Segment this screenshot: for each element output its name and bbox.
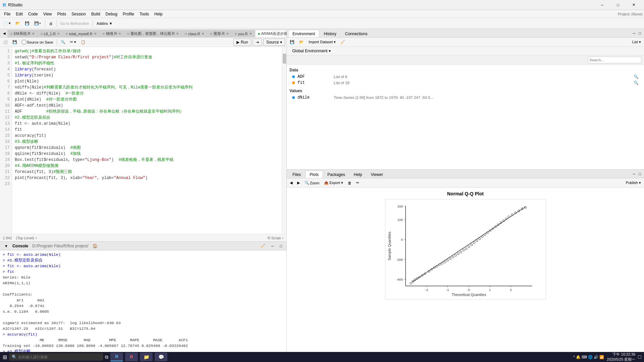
- source-button[interactable]: Source ▾: [263, 39, 285, 46]
- clear-env-button[interactable]: 🧹: [339, 38, 347, 46]
- plots-minimize[interactable]: ─: [631, 170, 637, 178]
- env-search-icon-adf[interactable]: 🔍: [634, 74, 639, 79]
- tab-packages[interactable]: Packages: [323, 171, 350, 178]
- next-plot-button[interactable]: ▶: [296, 179, 302, 187]
- svg-text:-400: -400: [396, 278, 403, 281]
- editor-scrollbar[interactable]: [282, 47, 286, 234]
- top-level-indicator[interactable]: (Top Level) ÷: [16, 236, 38, 240]
- close-tab-class[interactable]: ✕: [202, 32, 204, 36]
- save-button[interactable]: 💾: [23, 19, 31, 27]
- script-type-indicator[interactable]: R Script ÷: [268, 236, 284, 240]
- tab-total[interactable]: total_myself.R ✕: [63, 30, 100, 37]
- close-tab-graph[interactable]: ✕: [226, 32, 229, 36]
- export-button[interactable]: 📤 Export ▾: [322, 179, 345, 187]
- menu-debug[interactable]: Debug: [103, 10, 120, 18]
- tab-viewer[interactable]: Viewer: [366, 171, 387, 178]
- source-on-save-checkbox[interactable]: [22, 40, 26, 44]
- clear-console[interactable]: 🧹: [259, 242, 267, 250]
- tab-connections[interactable]: Connections: [341, 30, 372, 37]
- menu-plots[interactable]: Plots: [55, 10, 69, 18]
- zoom-button[interactable]: 🔍 Zoom: [303, 179, 321, 187]
- explorer-taskbar-icon[interactable]: 📁: [140, 353, 153, 361]
- run-next-button[interactable]: ⇥: [253, 39, 262, 46]
- load-env-button[interactable]: 📂: [298, 38, 306, 46]
- close-tab-chart[interactable]: ✕: [176, 32, 179, 36]
- close-tab-em[interactable]: ✕: [32, 32, 35, 36]
- prev-tab-button[interactable]: ◀: [1, 29, 7, 37]
- tab-history[interactable]: History: [319, 30, 340, 37]
- r-taskbar-icon[interactable]: R: [125, 353, 138, 361]
- tab-environment[interactable]: Environment: [288, 30, 319, 37]
- env-item-adf[interactable]: ADF List of 6 🔍: [289, 74, 641, 80]
- task-view-button[interactable]: ⧉: [105, 354, 108, 360]
- tab-plots[interactable]: Plots: [305, 171, 323, 178]
- close-tab-you[interactable]: ✕: [249, 32, 252, 36]
- menu-file[interactable]: File: [1, 10, 13, 18]
- env-search-input[interactable]: [588, 57, 641, 63]
- plots-maximize[interactable]: □: [637, 170, 643, 178]
- console-output[interactable]: > fit <- auto.arima(Nile) > #2.模型定阶及拟合 >…: [0, 250, 286, 352]
- menu-profile[interactable]: Profile: [120, 10, 137, 18]
- clear-plots-button[interactable]: ✏: [355, 179, 361, 187]
- menu-view[interactable]: View: [41, 10, 55, 18]
- menu-tools[interactable]: Tools: [137, 10, 152, 18]
- menu-code[interactable]: Code: [25, 10, 41, 18]
- search-bar[interactable]: 🔍 在此键入进行搜索: [9, 353, 103, 361]
- close-button[interactable]: ✕: [626, 0, 641, 10]
- env-item-dnile[interactable]: dNile Time-Series [1:99] from 1872 to 19…: [289, 95, 641, 101]
- source-on-save[interactable]: Source on Save: [20, 38, 55, 46]
- import-dataset-button[interactable]: Import Dataset ▾: [307, 38, 337, 46]
- search-placeholder: 在此键入进行搜索: [18, 355, 48, 360]
- code-tools[interactable]: ✏ ▾: [68, 38, 78, 46]
- maximize-console[interactable]: □: [278, 242, 284, 250]
- prev-plot-button[interactable]: ◀: [288, 179, 294, 187]
- compile-button[interactable]: 📋: [79, 38, 87, 46]
- find-button[interactable]: 🔍: [59, 38, 67, 46]
- run-button[interactable]: ▶ Run: [233, 39, 251, 46]
- wechat-taskbar-icon[interactable]: 💬: [155, 353, 167, 361]
- addins-button[interactable]: Addins ▼: [95, 19, 114, 27]
- goto-file-button[interactable]: Go to file/function: [59, 19, 91, 27]
- env-search-icon-fit[interactable]: 🔍: [634, 80, 639, 85]
- tab-em[interactable]: EM系统.R ✕: [7, 30, 38, 37]
- tab-class[interactable]: class.R ✕: [182, 30, 207, 37]
- tab-duwei[interactable]: 独维.R ✕: [100, 30, 124, 37]
- tab-l8[interactable]: L8_1.R ✕: [38, 30, 63, 37]
- save-all-button[interactable]: 💾+: [33, 19, 43, 27]
- env-maximize[interactable]: □: [637, 29, 643, 37]
- minimize-button[interactable]: ─: [595, 0, 610, 10]
- new-file-button[interactable]: 📄 ▾: [1, 19, 12, 27]
- tab-you[interactable]: you.R ✕: [232, 30, 255, 37]
- scroll-thumb[interactable]: [283, 54, 286, 64]
- close-tab-duwei[interactable]: ✕: [118, 32, 121, 36]
- code-text[interactable]: getwd()#查看当前的工作目录/路径 setwd("D:/Program F…: [12, 47, 282, 234]
- tab-graph[interactable]: 图形.R ✕: [207, 30, 232, 37]
- print-button[interactable]: 🖨: [47, 19, 54, 27]
- save-env-button[interactable]: 💾: [288, 38, 296, 46]
- save-file[interactable]: 💾: [11, 38, 19, 46]
- close-tab-l8[interactable]: ✕: [57, 32, 60, 36]
- console-collapse[interactable]: ▼: [3, 242, 10, 250]
- start-button[interactable]: ⊞: [3, 354, 7, 360]
- env-minimize[interactable]: ─: [631, 29, 637, 37]
- menu-edit[interactable]: Edit: [13, 10, 25, 18]
- tab-arima[interactable]: ARIMA迭进步骤-拟博主 (作业).R ✕: [255, 30, 287, 37]
- close-tab-total[interactable]: ✕: [94, 32, 97, 36]
- menu-help[interactable]: Help: [152, 10, 165, 18]
- open-file-button[interactable]: 📂: [14, 19, 22, 27]
- env-item-fit[interactable]: fit List of 18 🔍: [289, 80, 641, 86]
- publish-button[interactable]: Publish ▾: [624, 179, 643, 187]
- tab-help[interactable]: Help: [350, 171, 367, 178]
- minimize-console[interactable]: ─: [270, 242, 276, 250]
- global-env-button[interactable]: Global Environment ▾: [289, 48, 641, 54]
- menu-build[interactable]: Build: [89, 10, 103, 18]
- menu-session[interactable]: Session: [69, 10, 89, 18]
- rstudio-taskbar-icon[interactable]: R: [110, 353, 123, 361]
- svg-line-24: [412, 207, 526, 282]
- delete-plot-button[interactable]: 🗑: [346, 179, 353, 187]
- show-in-new-window[interactable]: ⬜: [1, 38, 9, 46]
- tab-files[interactable]: Files: [288, 171, 305, 178]
- tab-chart[interactable]: 量柱图，密度图，球云图.R ✕: [124, 30, 182, 37]
- maximize-button[interactable]: □: [610, 0, 626, 10]
- list-view-button[interactable]: List ▾: [631, 38, 643, 46]
